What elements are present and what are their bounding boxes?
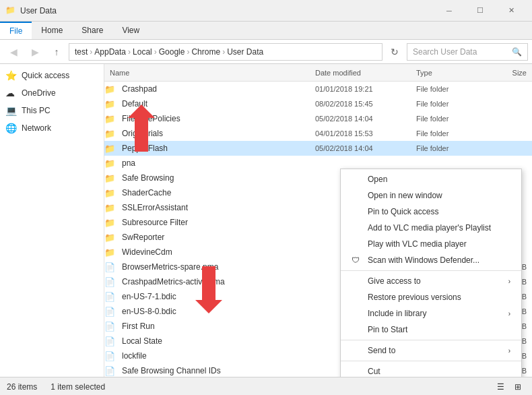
- folder-icon: 📁: [104, 188, 117, 198]
- folder-icon: 📁: [104, 247, 117, 257]
- file-list: Name Date modified Type Size 📁 Crashpad …: [104, 64, 532, 377]
- arrow-icon: ›: [508, 347, 510, 355]
- star-icon: ⭐: [5, 70, 18, 81]
- sidebar-label-onedrive: OneDrive: [22, 88, 56, 98]
- path-sep-4: ›: [222, 47, 225, 57]
- cm-open[interactable]: Open: [341, 171, 521, 187]
- computer-icon: 💻: [5, 105, 18, 116]
- sidebar-item-onedrive[interactable]: ☁ OneDrive: [0, 84, 104, 102]
- file-icon: 📄: [104, 351, 117, 361]
- address-bar: ◀ ▶ ↑ test › AppData › Local › Google › …: [0, 40, 532, 64]
- sidebar-item-quick-access[interactable]: ⭐ Quick access: [0, 67, 104, 84]
- forward-button[interactable]: ▶: [26, 42, 44, 61]
- cloud-icon: ☁: [5, 88, 18, 98]
- refresh-button[interactable]: ↻: [385, 42, 404, 61]
- folder-icon: 📁: [104, 129, 117, 139]
- grid-view-button[interactable]: ⊞: [510, 379, 525, 394]
- cm-cut[interactable]: Cut: [341, 363, 521, 377]
- sidebar-label-this-pc: This PC: [22, 106, 51, 115]
- back-button[interactable]: ◀: [4, 42, 23, 61]
- folder-icon: 📁: [104, 233, 117, 243]
- window-controls: ─ ☐ ✕: [434, 0, 527, 22]
- list-view-button[interactable]: ☰: [493, 379, 508, 394]
- path-segment-1[interactable]: AppData: [94, 47, 126, 57]
- shield-icon: 🛡: [352, 255, 365, 265]
- window-title: User Data: [20, 6, 434, 16]
- cm-add-vlc-playlist[interactable]: Add to VLC media player's Playlist: [341, 220, 521, 236]
- folder-icon: 📁: [104, 158, 117, 169]
- up-button[interactable]: ↑: [47, 42, 66, 61]
- file-list-header: Name Date modified Type Size: [104, 64, 532, 82]
- col-header-date[interactable]: Date modified: [310, 69, 411, 77]
- ribbon: File Home Share View: [0, 22, 532, 40]
- cm-send-to[interactable]: Send to›: [341, 342, 521, 359]
- path-segment-4[interactable]: Chrome: [191, 47, 220, 57]
- sidebar-label-network: Network: [22, 123, 51, 133]
- cm-restore-versions[interactable]: Restore previous versions: [341, 289, 521, 305]
- path-sep-3: ›: [187, 47, 189, 57]
- file-icon: 📄: [104, 336, 117, 346]
- col-header-size[interactable]: Size: [478, 69, 532, 77]
- file-icon: 📄: [104, 277, 117, 287]
- search-placeholder: Search User Data: [413, 47, 477, 57]
- ribbon-tabs: File Home Share View: [0, 22, 532, 39]
- sidebar-item-this-pc[interactable]: 💻 This PC: [0, 102, 104, 119]
- address-path[interactable]: test › AppData › Local › Google › Chrome…: [69, 43, 383, 61]
- search-box[interactable]: Search User Data 🔍: [407, 43, 528, 61]
- main-layout: ⭐ Quick access ☁ OneDrive 💻 This PC 🌐 Ne…: [0, 64, 532, 377]
- col-header-type[interactable]: Type: [411, 69, 478, 77]
- path-sep-1: ›: [128, 47, 131, 57]
- context-menu: Open Open in new window Pin to Quick acc…: [340, 169, 522, 377]
- folder-icon: 📁: [104, 203, 117, 213]
- file-icon: 📄: [104, 366, 117, 376]
- title-bar: 📁 User Data ─ ☐ ✕: [0, 0, 532, 22]
- sidebar: ⭐ Quick access ☁ OneDrive 💻 This PC 🌐 Ne…: [0, 64, 104, 377]
- arrow-icon: ›: [508, 278, 510, 285]
- window-icon: 📁: [5, 5, 16, 16]
- file-icon: 📄: [104, 292, 117, 302]
- path-segment-5[interactable]: User Data: [227, 47, 263, 57]
- list-item[interactable]: 📁 FileTypePolicies 05/02/2018 14:04 File…: [104, 111, 532, 126]
- cm-give-access[interactable]: Give access to›: [341, 273, 521, 289]
- cm-separator-3: [341, 361, 521, 361]
- folder-icon: 📁: [104, 144, 117, 154]
- tab-view[interactable]: View: [112, 22, 149, 39]
- list-item[interactable]: 📁 OriginTrials 04/01/2018 15:53 File fol…: [104, 126, 532, 141]
- folder-icon: 📁: [104, 218, 117, 228]
- cm-separator-2: [341, 340, 521, 340]
- file-icon: 📄: [104, 307, 117, 317]
- path-segment-0[interactable]: test: [75, 47, 88, 57]
- file-icon: 📄: [104, 322, 117, 332]
- list-item[interactable]: 📁 Default 08/02/2018 15:45 File folder: [104, 96, 532, 111]
- path-segment-2[interactable]: Local: [133, 47, 152, 57]
- close-button[interactable]: ✕: [496, 0, 527, 22]
- list-item-selected[interactable]: 📁 PepperFlash 05/02/2018 14:04 File fold…: [104, 141, 532, 156]
- view-options: ☰ ⊞: [493, 379, 525, 394]
- list-item[interactable]: 📁 Crashpad 01/01/2018 19:21 File folder: [104, 82, 532, 96]
- arrow-icon: ›: [508, 310, 510, 317]
- file-icon: 📄: [104, 262, 117, 272]
- cm-pin-start[interactable]: Pin to Start: [341, 322, 521, 338]
- col-header-name[interactable]: Name: [104, 69, 310, 77]
- status-bar: 26 items 1 item selected ☰ ⊞: [0, 377, 532, 395]
- minimize-button[interactable]: ─: [434, 0, 465, 22]
- tab-home[interactable]: Home: [32, 22, 72, 39]
- cm-pin-quick-access[interactable]: Pin to Quick access: [341, 204, 521, 220]
- folder-icon: 📁: [104, 173, 117, 183]
- tab-file[interactable]: File: [0, 22, 32, 39]
- selected-count: 1 item selected: [51, 382, 105, 392]
- cm-include-library[interactable]: Include in library›: [341, 305, 521, 322]
- cm-play-vlc[interactable]: Play with VLC media player: [341, 236, 521, 252]
- cm-separator-1: [341, 270, 521, 271]
- path-sep-0: ›: [90, 47, 92, 57]
- folder-icon: 📁: [104, 84, 117, 94]
- maximize-button[interactable]: ☐: [465, 0, 496, 22]
- path-segment-3[interactable]: Google: [159, 47, 185, 57]
- item-count: 26 items: [7, 382, 37, 392]
- network-icon: 🌐: [5, 123, 18, 133]
- folder-icon: 📁: [104, 114, 117, 124]
- cm-scan-defender[interactable]: 🛡Scan with Windows Defender...: [341, 252, 521, 268]
- cm-open-new-window[interactable]: Open in new window: [341, 187, 521, 204]
- tab-share[interactable]: Share: [72, 22, 112, 39]
- sidebar-item-network[interactable]: 🌐 Network: [0, 119, 104, 137]
